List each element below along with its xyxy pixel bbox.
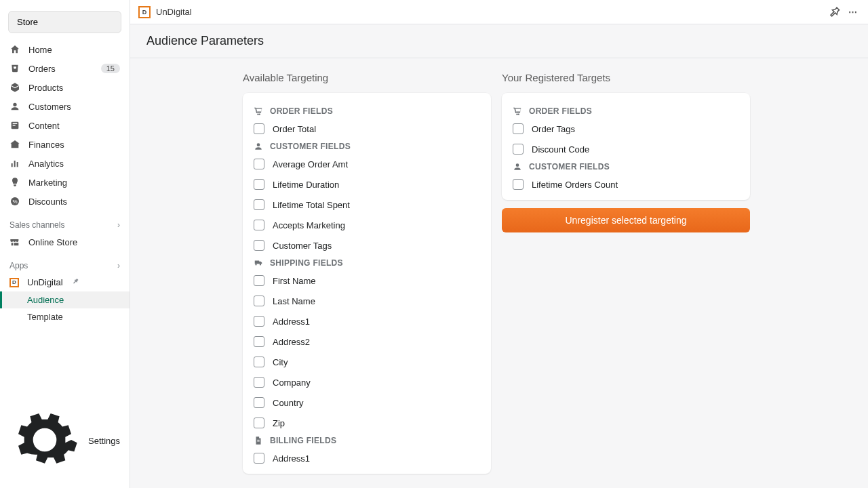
content: Available Targeting ORDER FIELDSOrder To… [130, 58, 868, 488]
checkbox[interactable] [254, 275, 264, 286]
chevron-right-icon: › [117, 261, 120, 270]
field-label: City [273, 357, 288, 367]
field-row[interactable]: Lifetime Total Spent [254, 195, 480, 215]
group-header-billing: BILLING FIELDS [254, 433, 480, 448]
checkbox[interactable] [513, 123, 524, 134]
sidebar-item-label: Orders [28, 64, 93, 74]
finances-icon [9, 139, 20, 150]
field-row[interactable]: City [254, 352, 480, 372]
sidebar-item-finances[interactable]: Finances [0, 135, 130, 154]
cart-icon [513, 106, 522, 116]
field-row[interactable]: Order Tags [513, 119, 739, 139]
sidebar-item-label: Online Store [28, 237, 120, 247]
checkbox[interactable] [254, 179, 264, 190]
field-row[interactable]: Address1 [254, 448, 480, 468]
sidebar-item-label: Content [28, 121, 120, 131]
sidebar-item-online-store[interactable]: Online Store [0, 232, 130, 251]
sidebar-item-label: Marketing [28, 178, 120, 188]
checkbox[interactable] [254, 296, 264, 306]
field-label: Customer Tags [273, 241, 332, 251]
group-label: CUSTOMER FIELDS [270, 142, 351, 151]
checkbox[interactable] [254, 159, 264, 169]
field-row[interactable]: Lifetime Orders Count [513, 174, 739, 195]
group-label: CUSTOMER FIELDS [529, 162, 610, 171]
field-row[interactable]: Country [254, 392, 480, 413]
pin-icon[interactable] [71, 277, 79, 287]
unregister-button[interactable]: Unregister selected targeting [502, 208, 750, 232]
available-card: ORDER FIELDSOrder TotalCUSTOMER FIELDSAv… [243, 93, 491, 474]
field-label: Average Order Amt [273, 159, 348, 169]
person-icon [254, 142, 263, 151]
checkbox[interactable] [254, 397, 264, 408]
sidebar-item-settings[interactable]: Settings [0, 398, 130, 488]
sidebar-item-label: Products [28, 83, 120, 93]
sidebar-item-orders[interactable]: Orders15 [0, 59, 130, 78]
field-label: Lifetime Orders Count [532, 180, 618, 190]
sidebar-item-label: Analytics [28, 159, 120, 169]
field-row[interactable]: Zip [254, 413, 480, 433]
svg-text:%: % [12, 199, 17, 205]
checkbox[interactable] [254, 199, 264, 210]
sidebar-item-customers[interactable]: Customers [0, 97, 130, 116]
sidebar-item-label: Customers [28, 102, 120, 112]
checkbox[interactable] [513, 179, 524, 190]
field-label: Company [273, 378, 311, 388]
checkbox[interactable] [254, 240, 264, 251]
sidebar-item-products[interactable]: Products [0, 78, 130, 97]
group-label: SHIPPING FIELDS [270, 258, 343, 268]
apps-header[interactable]: Apps › [0, 251, 130, 273]
field-row[interactable]: Address2 [254, 331, 480, 352]
sidebar-item-label: Discounts [28, 197, 120, 207]
registered-title: Your Registered Targets [502, 72, 750, 93]
field-row[interactable]: Average Order Amt [254, 154, 480, 174]
checkbox[interactable] [254, 357, 264, 367]
sidebar-item-analytics[interactable]: Analytics [0, 154, 130, 173]
field-row[interactable]: Company [254, 372, 480, 392]
field-row[interactable]: Last Name [254, 291, 480, 311]
sidebar-item-home[interactable]: Home [0, 40, 130, 59]
page-header: Audience Parameters [130, 24, 868, 58]
app-subitem-template[interactable]: Template [0, 308, 130, 325]
sidebar-item-discounts[interactable]: %Discounts [0, 192, 130, 211]
sidebar-item-content[interactable]: Content [0, 116, 130, 135]
checkbox[interactable] [254, 123, 264, 134]
pin-icon[interactable] [827, 5, 841, 19]
checkbox[interactable] [254, 377, 264, 388]
available-title: Available Targeting [243, 72, 491, 93]
sidebar-item-marketing[interactable]: Marketing [0, 173, 130, 192]
svg-rect-3 [12, 163, 13, 167]
gear-icon [9, 405, 80, 477]
svg-rect-5 [17, 162, 18, 167]
checkbox[interactable] [254, 336, 264, 347]
app-logo-icon: D [138, 6, 151, 18]
checkbox[interactable] [513, 144, 524, 155]
topbar: D UnDigital ⋯ [130, 0, 868, 24]
checkbox[interactable] [254, 220, 264, 230]
checkbox[interactable] [254, 418, 264, 428]
field-row[interactable]: Discount Code [513, 139, 739, 159]
file-icon [254, 436, 263, 445]
field-row[interactable]: Order Total [254, 119, 480, 139]
products-icon [9, 82, 20, 93]
sidebar-app-undigital[interactable]: D UnDigital [0, 273, 130, 291]
person-icon [513, 162, 522, 171]
field-label: Address1 [273, 453, 310, 464]
sales-channels-header[interactable]: Sales channels › [0, 211, 130, 232]
checkbox[interactable] [254, 316, 264, 327]
checkbox[interactable] [254, 453, 264, 464]
group-label: ORDER FIELDS [529, 106, 592, 116]
field-row[interactable]: Address1 [254, 311, 480, 331]
group-header-order: ORDER FIELDS [254, 104, 480, 119]
field-row[interactable]: Lifetime Duration [254, 174, 480, 195]
field-row[interactable]: Accepts Marketing [254, 215, 480, 235]
store-icon [9, 237, 20, 247]
registered-targets-column: Your Registered Targets ORDER FIELDSOrde… [502, 58, 750, 472]
sales-channels-label: Sales channels [9, 220, 64, 230]
more-icon[interactable]: ⋯ [846, 5, 860, 19]
store-selector[interactable]: Store [8, 11, 121, 33]
apps-label: Apps [9, 261, 28, 270]
field-row[interactable]: Customer Tags [254, 235, 480, 256]
orders-icon [9, 63, 20, 74]
field-row[interactable]: First Name [254, 270, 480, 291]
app-subitem-audience[interactable]: Audience [0, 291, 130, 308]
